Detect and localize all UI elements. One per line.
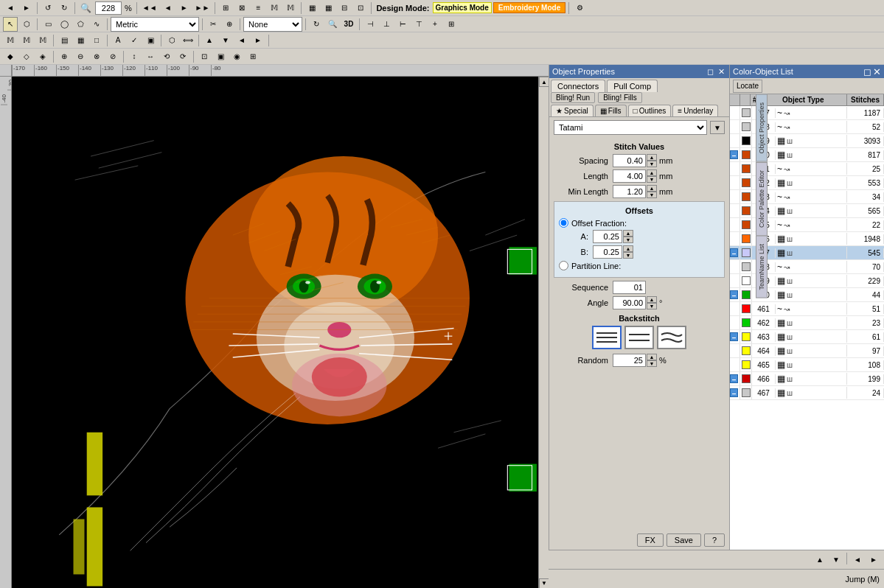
icon3d-btn[interactable]: ⬡: [164, 33, 179, 48]
text-btn[interactable]: A: [111, 33, 125, 48]
icon-btn6[interactable]: ↔: [143, 49, 158, 64]
table-row[interactable]: 447~↝1187: [730, 106, 884, 120]
scroll-dn-btn[interactable]: ▼: [829, 553, 843, 567]
icon-btn9[interactable]: ⊡: [197, 49, 212, 64]
help-btn[interactable]: ?: [704, 533, 725, 547]
offset-a-down-btn[interactable]: ▼: [623, 237, 633, 243]
align2-btn[interactable]: ⊥: [379, 17, 394, 32]
length-input[interactable]: 4.00: [613, 169, 646, 183]
side-tab-teamname[interactable]: TeamName List: [756, 236, 768, 298]
align1-btn[interactable]: ⊣: [363, 17, 377, 32]
stitch-icon2[interactable]: 𝕄: [19, 33, 34, 48]
merge-btn[interactable]: ⊕: [222, 17, 237, 32]
border-icon[interactable]: □: [89, 33, 104, 48]
next-next-btn[interactable]: ►►: [193, 1, 212, 15]
arrow-dn-btn[interactable]: ▼: [218, 33, 233, 48]
node2-btn[interactable]: ◇: [19, 49, 34, 64]
lasso-btn[interactable]: ⬡: [19, 17, 34, 32]
view3-btn[interactable]: ⊟: [337, 1, 352, 15]
col-obj-list[interactable]: 447~↝1187448~↝52449▦ш3093–450▦ш817451~↝2…: [730, 106, 884, 550]
prev-btn[interactable]: ◄: [161, 1, 175, 15]
table-row[interactable]: 462▦ш23: [730, 316, 884, 330]
table-row[interactable]: 461~↝51: [730, 302, 884, 316]
align5-btn[interactable]: +: [428, 17, 442, 32]
stitch-btn[interactable]: 𝕄: [267, 1, 282, 15]
min-length-input[interactable]: 1.20: [613, 185, 646, 198]
arrow-up-btn[interactable]: ▲: [202, 33, 217, 48]
icon-btn2[interactable]: ⊖: [73, 49, 88, 64]
offset-a-input[interactable]: [593, 230, 622, 243]
col-float-btn[interactable]: ◻: [863, 66, 871, 77]
table-row[interactable]: 453~↝34: [730, 190, 884, 204]
table-row[interactable]: –450▦ш817: [730, 148, 884, 162]
table-row[interactable]: 465▦ш108: [730, 358, 884, 372]
random-input[interactable]: [613, 354, 646, 367]
table-row[interactable]: –467▦ш24: [730, 386, 884, 400]
angle-down-btn[interactable]: ▼: [647, 303, 657, 309]
random-down-btn[interactable]: ▼: [647, 360, 657, 367]
group-indicator[interactable]: –: [730, 290, 738, 299]
length-down-btn[interactable]: ▼: [647, 176, 657, 183]
knife-btn[interactable]: ✂: [206, 17, 220, 32]
zoom-input[interactable]: 228: [95, 1, 122, 15]
table-row[interactable]: –460▦ш44: [730, 288, 884, 302]
group-indicator[interactable]: –: [730, 248, 738, 257]
check-btn[interactable]: ✓: [127, 33, 142, 48]
align4-btn[interactable]: ⊤: [411, 17, 426, 32]
forward-btn[interactable]: ►: [19, 1, 34, 15]
backstitch-btn1[interactable]: [592, 326, 622, 349]
stitch2-btn[interactable]: 𝕄: [283, 1, 298, 15]
table-row[interactable]: –466▦ш199: [730, 372, 884, 386]
fill-icon2[interactable]: ▦: [73, 33, 88, 48]
backstitch-btn3[interactable]: [657, 326, 686, 349]
offset-a-up-btn[interactable]: ▲: [623, 230, 633, 237]
angle-up-btn[interactable]: ▲: [647, 296, 657, 303]
tab-outlines[interactable]: □ Outlines: [628, 105, 672, 116]
random-up-btn[interactable]: ▲: [647, 354, 657, 360]
refresh-btn[interactable]: ↻: [309, 17, 324, 32]
icon-btn7[interactable]: ⟲: [159, 49, 174, 64]
spacing-input[interactable]: 0.40: [613, 154, 646, 167]
fx-btn[interactable]: FX: [637, 533, 664, 547]
spacing-up-btn[interactable]: ▲: [647, 154, 657, 161]
offset-fraction-radio[interactable]: [559, 218, 568, 228]
table-row[interactable]: 455~↝22: [730, 218, 884, 232]
embroidery-mode-btn[interactable]: Embroidery Mode: [493, 2, 565, 13]
table-row[interactable]: 449▦ш3093: [730, 134, 884, 148]
arrow-l-btn[interactable]: ◄: [234, 33, 249, 48]
close-panel-btn[interactable]: ✕: [717, 67, 726, 77]
circle-btn[interactable]: ◯: [57, 17, 72, 32]
length-up-btn[interactable]: ▲: [647, 169, 657, 176]
view1-btn[interactable]: ▦: [304, 1, 319, 15]
table-row[interactable]: –463▦ш61: [730, 330, 884, 344]
icon-btn3[interactable]: ⊗: [89, 49, 104, 64]
left-arr-btn[interactable]: ◄: [850, 553, 865, 567]
fill-icon1[interactable]: ▤: [57, 33, 72, 48]
view4-btn[interactable]: ⊡: [353, 1, 368, 15]
flip-btn[interactable]: ⟺: [181, 33, 195, 48]
undo-btn[interactable]: ↺: [41, 1, 55, 15]
offset-b-input[interactable]: [593, 245, 622, 259]
table-row[interactable]: 458~↝70: [730, 260, 884, 274]
sequence-input[interactable]: [613, 281, 646, 294]
table-row[interactable]: 451~↝25: [730, 162, 884, 176]
fill-type-expand-btn[interactable]: ▼: [710, 121, 725, 134]
select-btn[interactable]: ↖: [3, 17, 18, 32]
align6-btn[interactable]: ⊞: [444, 17, 459, 32]
grid-btn[interactable]: ⊞: [218, 1, 233, 15]
zoom2-btn[interactable]: 🔍: [325, 17, 340, 32]
icon-btn5[interactable]: ↕: [127, 49, 142, 64]
group-indicator[interactable]: –: [730, 374, 738, 383]
table-row[interactable]: 464▦ш97: [730, 344, 884, 358]
lines-btn[interactable]: ≡: [251, 1, 265, 15]
fill-type-dropdown[interactable]: Tatami: [554, 120, 707, 135]
grid2-btn[interactable]: ⊠: [234, 1, 249, 15]
save-btn[interactable]: Save: [667, 533, 701, 547]
none-dropdown[interactable]: None: [243, 17, 302, 32]
align3-btn[interactable]: ⊢: [395, 17, 410, 32]
group-indicator[interactable]: –: [730, 332, 738, 341]
right-arr-btn[interactable]: ►: [866, 553, 881, 567]
next-btn[interactable]: ►: [177, 1, 192, 15]
3d-btn[interactable]: 3D: [341, 17, 356, 32]
rect-btn[interactable]: ▭: [41, 17, 55, 32]
